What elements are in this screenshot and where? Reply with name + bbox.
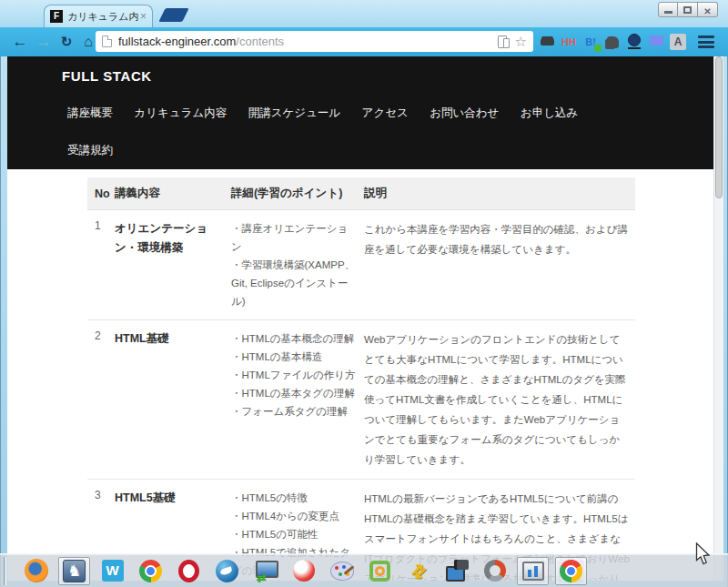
taskbar-media-orb-button[interactable] bbox=[288, 557, 319, 585]
browser-toolbar: fullstack-engineer.com/contents HH B! A bbox=[0, 27, 728, 56]
url-domain: fullstack-engineer.com bbox=[118, 35, 236, 48]
taskbar-vsphere-button[interactable] bbox=[364, 557, 396, 585]
tab-title: カリキュラム内容 | FULL ST bbox=[67, 10, 138, 24]
cell-no: 1 bbox=[87, 210, 115, 320]
chrome-menu-icon[interactable] bbox=[698, 35, 714, 49]
desktop-screen: F カリキュラム内容 | FULL ST × fullstack-enginee… bbox=[0, 0, 728, 587]
detail-item: ・HTMLの基本構造 bbox=[231, 348, 359, 366]
nav-item[interactable]: お問い合わせ bbox=[430, 101, 499, 125]
taskbar-paint-button[interactable] bbox=[326, 557, 358, 585]
nav-item[interactable]: カリキュラム内容 bbox=[134, 101, 227, 125]
taskbar-thunderbird-button[interactable] bbox=[211, 557, 243, 585]
taskbar-divider bbox=[4, 557, 6, 585]
yellow-arrows-icon bbox=[406, 558, 431, 583]
taskbar-chess-app-button[interactable] bbox=[58, 557, 90, 585]
donut-chart-icon bbox=[484, 560, 506, 582]
nav-item[interactable]: 講座概要 bbox=[67, 101, 113, 125]
detail-item: ・HTMLファイルの作り方 bbox=[231, 366, 359, 384]
evernote-extension-icon[interactable] bbox=[604, 34, 621, 50]
taskbar-firefox-button[interactable] bbox=[20, 557, 52, 585]
screen-capture-icon bbox=[445, 560, 469, 582]
site-logo[interactable]: FULL STACK bbox=[62, 68, 713, 84]
detail-item: ・HTMLの基本タグの理解 bbox=[231, 384, 359, 402]
speech-bubble-extension-icon[interactable] bbox=[648, 34, 664, 50]
page-viewport: FULL STACK 講座概要 カリキュラム内容 開講スケジュール アクセス お… bbox=[7, 56, 713, 581]
detail-item: ・HTMLの基本概念の理解 bbox=[231, 329, 359, 348]
taskbar-chrome-button[interactable] bbox=[135, 557, 167, 585]
counter-extension-icon[interactable] bbox=[626, 34, 642, 50]
detail-item: ・HTML5の可能性 bbox=[231, 525, 359, 543]
forward-button[interactable] bbox=[33, 27, 55, 56]
nav-item[interactable]: 受講規約 bbox=[67, 138, 113, 162]
bookmark-star-icon[interactable] bbox=[515, 34, 527, 50]
maximize-icon bbox=[683, 6, 692, 14]
page-scrollbar[interactable] bbox=[713, 56, 723, 581]
maximize-button[interactable] bbox=[678, 2, 698, 17]
close-icon bbox=[703, 2, 711, 18]
a-box-extension-icon[interactable]: A bbox=[670, 34, 686, 50]
new-tab-button[interactable] bbox=[158, 8, 188, 22]
url-text: fullstack-engineer.com/contents bbox=[118, 35, 284, 48]
table-header-row: No 講義内容 詳細(学習のポイント) 説明 bbox=[87, 177, 635, 210]
main-nav-row2: 受講規約 bbox=[67, 138, 713, 162]
back-button[interactable] bbox=[9, 27, 31, 56]
cell-title: HTML基礎 bbox=[115, 320, 231, 480]
system-monitor-icon bbox=[522, 562, 544, 581]
taskbar-chrome-window-button[interactable] bbox=[555, 557, 587, 585]
minimize-icon bbox=[664, 11, 672, 14]
column-header-detail: 詳細(学習のポイント) bbox=[231, 177, 364, 210]
nav-item[interactable]: 開講スケジュール bbox=[248, 101, 340, 125]
taskbar-system-monitor-button[interactable] bbox=[517, 557, 549, 585]
mobile-devices-icon[interactable] bbox=[498, 35, 510, 48]
taskbar-disk-usage-button[interactable] bbox=[479, 557, 511, 585]
detail-item: ・学習環境構築(XAMPP、Git, Eclipseのインストール) bbox=[231, 256, 359, 310]
table-row: 1 オリエンテーション・環境構築 ・講座オリエンテーション ・学習環境構築(XA… bbox=[87, 210, 635, 320]
detail-item: ・HTML4からの変更点 bbox=[231, 507, 359, 525]
w-app-icon: W bbox=[102, 560, 124, 582]
cell-no: 2 bbox=[87, 320, 115, 480]
remote-desktop-icon bbox=[255, 561, 277, 581]
widget-extension-icon[interactable] bbox=[539, 34, 555, 50]
site-header: FULL STACK 講座概要 カリキュラム内容 開講スケジュール アクセス お… bbox=[7, 56, 713, 169]
curriculum-table: No 講義内容 詳細(学習のポイント) 説明 1 オリエンテーション・環境構築 … bbox=[87, 177, 635, 581]
column-header-title: 講義内容 bbox=[115, 177, 231, 210]
main-nav: 講座概要 カリキュラム内容 開講スケジュール アクセス お問い合わせ お申し込み bbox=[67, 101, 713, 125]
cell-title: オリエンテーション・環境構築 bbox=[115, 210, 231, 320]
close-button[interactable] bbox=[698, 2, 718, 17]
mouse-cursor bbox=[695, 542, 712, 570]
hatena-bookmark-extension-icon[interactable]: B! bbox=[582, 34, 599, 50]
taskbar-opera-button[interactable] bbox=[173, 557, 205, 585]
thunderbird-icon bbox=[216, 560, 238, 582]
taskbar-remote-desktop-button[interactable] bbox=[249, 557, 281, 585]
cell-description: Webアプリケーションのフロントエンドの技術としてとても大事なHTMLについて学… bbox=[364, 320, 635, 480]
cell-detail: ・HTMLの基本概念の理解 ・HTMLの基本構造 ・HTMLファイルの作り方 ・… bbox=[231, 320, 364, 480]
chess-knight-icon bbox=[63, 560, 86, 582]
table-row: 2 HTML基礎 ・HTMLの基本概念の理解 ・HTMLの基本構造 ・HTMLフ… bbox=[87, 320, 635, 480]
address-bar[interactable]: fullstack-engineer.com/contents bbox=[96, 31, 533, 52]
column-header-no: No bbox=[87, 177, 115, 210]
reload-button[interactable] bbox=[56, 27, 76, 56]
scrollbar-thumb[interactable] bbox=[715, 56, 723, 198]
media-orb-icon bbox=[293, 560, 315, 582]
taskbar-screen-capture-button[interactable] bbox=[440, 557, 472, 585]
detail-item: ・フォーム系タグの理解 bbox=[231, 402, 359, 420]
paint-palette-icon bbox=[330, 562, 354, 581]
nav-item[interactable]: お申し込み bbox=[521, 101, 578, 125]
taskbar-file-transfer-button[interactable] bbox=[402, 557, 434, 585]
nav-item[interactable]: アクセス bbox=[362, 101, 409, 125]
browser-tab[interactable]: F カリキュラム内容 | FULL ST × bbox=[44, 5, 153, 27]
page-icon[interactable] bbox=[102, 35, 112, 47]
window-controls bbox=[658, 2, 718, 17]
tab-favicon-icon: F bbox=[50, 10, 63, 23]
hh-extension-icon[interactable]: HH bbox=[561, 34, 577, 50]
chrome-icon bbox=[560, 560, 582, 582]
vsphere-link-icon bbox=[369, 561, 390, 582]
windows-taskbar: W bbox=[0, 553, 728, 587]
taskbar-w-app-button[interactable]: W bbox=[96, 557, 128, 585]
extensions-row: HH B! A bbox=[539, 32, 686, 52]
browser-titlebar: F カリキュラム内容 | FULL ST × bbox=[0, 0, 728, 27]
firefox-icon bbox=[25, 559, 48, 582]
minimize-button[interactable] bbox=[658, 2, 678, 17]
tab-close-icon[interactable]: × bbox=[140, 11, 147, 22]
detail-item: ・講座オリエンテーション bbox=[231, 219, 359, 256]
